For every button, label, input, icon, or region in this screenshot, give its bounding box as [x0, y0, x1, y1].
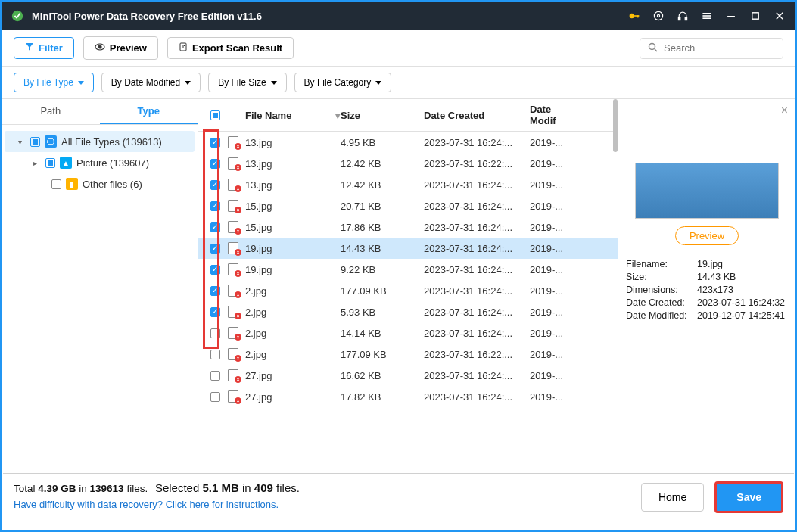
preview-button[interactable]: Preview — [83, 36, 158, 60]
checkbox[interactable] — [210, 286, 220, 296]
file-row[interactable]: ×2.jpg14.14 KB2023-07-31 16:24:...2019-.… — [198, 322, 618, 344]
checkbox[interactable] — [210, 244, 220, 254]
close-icon[interactable] — [773, 9, 786, 23]
file-row[interactable]: ×13.jpg12.42 KB2023-07-31 16:24:...2019-… — [198, 174, 618, 195]
main-area: Path Type ▾ 🖵 All File Types (139613) ▸ … — [2, 99, 795, 462]
checkbox[interactable] — [210, 201, 220, 211]
file-size: 17.86 KB — [341, 222, 424, 233]
file-name: 2.jpg — [242, 328, 341, 339]
file-row[interactable]: ×13.jpg4.95 KB2023-07-31 16:24:...2019-.… — [198, 132, 618, 153]
app-logo-icon — [11, 9, 24, 23]
checkbox[interactable] — [210, 371, 220, 381]
file-row[interactable]: ×2.jpg177.09 KB2023-07-31 16:24:...2019-… — [198, 280, 618, 301]
col-created[interactable]: Date Created — [424, 110, 530, 121]
file-created: 2023-07-31 16:24:... — [424, 222, 530, 233]
sidebar-tabs: Path Type — [2, 99, 198, 125]
filter-by-file-type[interactable]: By File Type — [14, 73, 94, 92]
checkbox[interactable] — [210, 307, 220, 317]
picture-icon: ▲ — [60, 157, 72, 169]
export-icon — [179, 42, 188, 54]
filter-by-file-category[interactable]: By File Category — [294, 73, 392, 92]
tree-picture[interactable]: ▸ ▲ Picture (139607) — [5, 152, 195, 173]
search-box[interactable] — [640, 38, 783, 59]
toolbar: Filter Preview Export Scan Result — [2, 30, 795, 67]
file-rows[interactable]: ×13.jpg4.95 KB2023-07-31 16:24:...2019-.… — [198, 132, 618, 462]
disc-icon[interactable] — [652, 9, 665, 23]
select-all-checkbox[interactable] — [210, 110, 220, 120]
filter-by-file-size[interactable]: By File Size — [208, 73, 286, 92]
col-name[interactable]: File Name ▾ — [242, 110, 341, 121]
checkbox[interactable] — [30, 137, 40, 147]
svg-point-14 — [98, 45, 101, 48]
file-created: 2023-07-31 16:24:... — [424, 179, 530, 191]
chevron-right-icon: ▸ — [33, 159, 41, 167]
file-row[interactable]: ×15.jpg17.86 KB2023-07-31 16:24:...2019-… — [198, 216, 618, 238]
file-size: 12.42 KB — [341, 158, 424, 170]
file-modified: 2019-... — [530, 264, 575, 275]
checkbox[interactable] — [210, 138, 220, 148]
col-size[interactable]: Size — [341, 110, 424, 121]
file-created: 2023-07-31 16:24:... — [424, 328, 530, 339]
file-row[interactable]: ×19.jpg14.43 KB2023-07-31 16:24:...2019-… — [198, 238, 618, 259]
file-icon: × — [228, 285, 240, 297]
file-row[interactable]: ×15.jpg20.71 KB2023-07-31 16:24:...2019-… — [198, 195, 618, 216]
tab-type[interactable]: Type — [100, 99, 198, 124]
checkbox[interactable] — [210, 222, 220, 232]
checkbox[interactable] — [51, 179, 61, 189]
tab-path[interactable]: Path — [2, 99, 100, 124]
checkbox[interactable] — [210, 350, 220, 359]
file-name: 13.jpg — [242, 137, 341, 148]
file-modified: 2019-... — [530, 179, 575, 191]
preview-metadata: Filename:19.jpg Size:14.43 KB Dimensions… — [626, 259, 788, 321]
key-icon[interactable] — [627, 9, 641, 23]
preview-open-button[interactable]: Preview — [675, 226, 739, 245]
file-size: 177.09 KB — [341, 285, 424, 297]
checkbox[interactable] — [210, 328, 220, 338]
checkbox[interactable] — [210, 392, 220, 402]
checkbox[interactable] — [45, 158, 55, 168]
file-created: 2023-07-31 16:24:... — [424, 370, 530, 381]
tree-all-file-types[interactable]: ▾ 🖵 All File Types (139613) — [5, 131, 195, 152]
file-row[interactable]: ×19.jpg9.22 KB2023-07-31 16:24:...2019-.… — [198, 259, 618, 280]
file-row[interactable]: ×13.jpg12.42 KB2023-07-31 16:22:...2019-… — [198, 153, 618, 174]
chevron-down-icon — [375, 81, 381, 85]
home-button[interactable]: Home — [641, 483, 704, 512]
file-size: 4.95 KB — [341, 137, 424, 148]
save-button[interactable]: Save — [714, 481, 783, 513]
file-icon: × — [228, 242, 240, 254]
file-row[interactable]: ×27.jpg17.82 KB2023-07-31 16:24:...2019-… — [198, 386, 618, 407]
filter-bar: By File Type By Date Modified By File Si… — [2, 67, 795, 99]
file-icon: × — [228, 200, 240, 212]
checkbox[interactable] — [210, 265, 220, 275]
file-size: 12.42 KB — [341, 179, 424, 191]
file-icon: × — [228, 306, 240, 318]
file-name: 13.jpg — [242, 179, 341, 191]
file-modified: 2019-... — [530, 137, 575, 148]
export-button[interactable]: Export Scan Result — [167, 37, 294, 59]
file-size: 17.82 KB — [341, 391, 424, 403]
file-modified: 2019-... — [530, 391, 575, 403]
file-row[interactable]: ×2.jpg177.09 KB2023-07-31 16:22:...2019-… — [198, 344, 618, 365]
file-row[interactable]: ×27.jpg16.62 KB2023-07-31 16:24:...2019-… — [198, 365, 618, 386]
help-link[interactable]: Have difficulty with data recovery? Clic… — [14, 499, 300, 510]
filter-button[interactable]: Filter — [14, 37, 74, 59]
col-modified[interactable]: Date Modif — [530, 104, 575, 126]
minimize-icon[interactable] — [724, 9, 738, 23]
file-created: 2023-07-31 16:24:... — [424, 243, 530, 254]
monitor-icon: 🖵 — [45, 135, 57, 148]
file-name: 13.jpg — [242, 158, 341, 170]
file-icon: × — [228, 327, 240, 339]
maximize-icon[interactable] — [749, 9, 762, 23]
headphones-icon[interactable] — [676, 9, 690, 23]
svg-rect-7 — [685, 17, 686, 20]
close-icon[interactable]: × — [781, 104, 788, 117]
file-modified: 2019-... — [530, 370, 575, 381]
checkbox[interactable] — [210, 159, 220, 169]
menu-icon[interactable] — [700, 9, 714, 23]
chevron-down-icon — [271, 81, 277, 85]
file-row[interactable]: ×2.jpg5.93 KB2023-07-31 16:24:...2019-..… — [198, 301, 618, 322]
search-input[interactable] — [664, 42, 791, 54]
tree-other-files[interactable]: ▮ Other files (6) — [5, 173, 195, 194]
checkbox[interactable] — [210, 180, 220, 190]
filter-by-date-modified[interactable]: By Date Modified — [101, 73, 201, 92]
